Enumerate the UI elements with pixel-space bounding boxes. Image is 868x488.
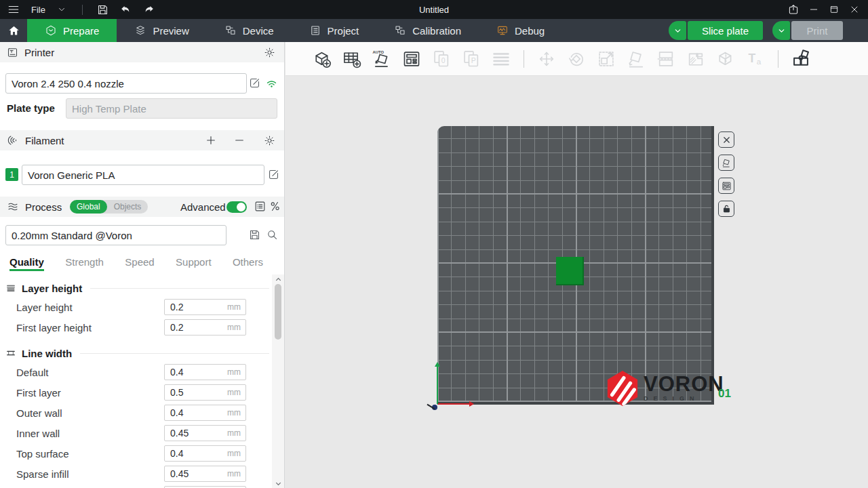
add-filament-icon[interactable] bbox=[205, 135, 216, 146]
process-section-title: Process bbox=[25, 201, 62, 213]
setting-label: First layer bbox=[0, 387, 164, 399]
assembly-icon bbox=[791, 49, 810, 68]
logo-sub-text: DESIGN bbox=[644, 395, 724, 402]
axis-y-green bbox=[437, 364, 438, 404]
voron-logo: VORON DESIGN bbox=[606, 370, 724, 407]
import-geometry-icon: 0 bbox=[432, 49, 451, 68]
setting-input[interactable]: 0.2mm bbox=[164, 299, 246, 315]
gear-icon[interactable] bbox=[264, 47, 275, 58]
svg-text:0: 0 bbox=[441, 56, 446, 64]
edit-filament-icon[interactable] bbox=[267, 168, 280, 181]
section-header: Line width bbox=[0, 344, 272, 362]
toolbar-separator bbox=[524, 50, 524, 68]
edit-printer-icon[interactable] bbox=[248, 77, 261, 89]
setting-row: Sparse infill0.45mm bbox=[0, 464, 272, 484]
move-button bbox=[534, 47, 559, 71]
share-button[interactable] bbox=[785, 1, 802, 18]
setting-input[interactable]: 0.4mm bbox=[164, 364, 246, 380]
param-list-icon[interactable] bbox=[254, 200, 267, 213]
arrange-button[interactable] bbox=[399, 47, 424, 71]
calibration-icon bbox=[394, 24, 406, 37]
process-preset-value: 0.20mm Standard @Voron bbox=[12, 230, 132, 241]
file-menu-label[interactable]: File bbox=[31, 5, 45, 15]
setting-input[interactable]: 0.4mm bbox=[164, 445, 246, 462]
save-preset-icon[interactable] bbox=[248, 228, 261, 241]
assembly-button[interactable] bbox=[789, 47, 813, 71]
model-cube[interactable] bbox=[556, 257, 584, 285]
delete-plate-icon bbox=[722, 135, 732, 145]
filament-preset-value: Voron Generic PLA bbox=[28, 169, 115, 181]
maximize-button[interactable] bbox=[826, 1, 842, 18]
scroll-down-icon[interactable] bbox=[272, 479, 284, 488]
search-settings-icon[interactable] bbox=[269, 200, 281, 213]
setting-input[interactable]: 0.2mm bbox=[164, 319, 246, 336]
print-dropdown-button[interactable] bbox=[772, 21, 790, 40]
scope-objects-option[interactable]: Objects bbox=[107, 200, 149, 214]
auto-orient-button[interactable]: AUTO bbox=[370, 47, 394, 71]
setting-label: Default bbox=[0, 367, 164, 378]
file-menu-dropdown[interactable] bbox=[54, 1, 70, 18]
settings-tab-strength[interactable]: Strength bbox=[65, 253, 104, 271]
add-plate-button[interactable] bbox=[340, 47, 364, 71]
setting-input[interactable]: 0.5mm bbox=[164, 384, 246, 401]
setting-input[interactable]: 0.4mm bbox=[164, 405, 246, 421]
settings-tab-speed[interactable]: Speed bbox=[125, 253, 154, 271]
settings-scrollbar[interactable] bbox=[272, 274, 284, 488]
tab-project[interactable]: Project bbox=[292, 19, 377, 42]
build-plate[interactable]: VORON DESIGN bbox=[437, 126, 714, 405]
arrange-plate-button[interactable] bbox=[718, 178, 734, 194]
wifi-icon[interactable] bbox=[265, 77, 278, 90]
variable-layers-icon bbox=[492, 49, 511, 68]
search-icon[interactable] bbox=[266, 228, 279, 241]
plate-type-value: High Temp Plate bbox=[72, 103, 146, 115]
tab-calibration[interactable]: Calibration bbox=[376, 19, 479, 42]
import-params-button: P bbox=[459, 47, 484, 71]
save-button[interactable] bbox=[95, 1, 111, 18]
settings-tab-quality[interactable]: Quality bbox=[9, 253, 44, 271]
close-button[interactable] bbox=[846, 1, 863, 18]
print-button[interactable]: Print bbox=[791, 21, 843, 40]
redo-button[interactable] bbox=[141, 1, 157, 18]
setting-value: 0.4 bbox=[170, 365, 183, 380]
gear-icon[interactable] bbox=[264, 135, 275, 146]
setting-value: 0.5 bbox=[170, 385, 183, 400]
add-object-button[interactable] bbox=[310, 47, 334, 71]
setting-input[interactable]: 0.45mm bbox=[164, 425, 246, 441]
tab-debug[interactable]: Debug bbox=[479, 19, 562, 42]
minimize-button[interactable] bbox=[806, 1, 822, 18]
scope-global-option[interactable]: Global bbox=[70, 200, 107, 214]
slice-plate-button[interactable]: Slice plate bbox=[688, 21, 763, 40]
orient-plate-button[interactable] bbox=[718, 155, 734, 171]
setting-label: Outer wall bbox=[0, 407, 164, 419]
remove-filament-icon[interactable] bbox=[234, 135, 245, 146]
setting-row: Inner wall0.45mm bbox=[0, 423, 272, 443]
printer-preset-select[interactable]: Voron 2.4 250 0.4 nozzle bbox=[5, 73, 247, 94]
home-button[interactable] bbox=[0, 19, 27, 42]
layer-height-icon bbox=[5, 283, 16, 293]
filament-slot-badge[interactable]: 1 bbox=[5, 168, 18, 181]
slice-dropdown-button[interactable] bbox=[669, 21, 686, 40]
rotate-icon bbox=[567, 49, 586, 68]
setting-value: 0.4 bbox=[170, 446, 183, 461]
title-bar: File Untitled bbox=[0, 0, 868, 19]
main-menu-button[interactable] bbox=[5, 1, 22, 18]
settings-tab-support[interactable]: Support bbox=[176, 253, 212, 271]
printer-preset-value: Voron 2.4 250 0.4 nozzle bbox=[12, 78, 124, 89]
setting-input[interactable]: 0.45mm bbox=[164, 466, 246, 482]
toggle-knob bbox=[237, 203, 245, 211]
advanced-toggle[interactable] bbox=[226, 201, 247, 213]
lock-plate-button[interactable] bbox=[718, 201, 734, 217]
scroll-up-icon[interactable] bbox=[272, 274, 284, 284]
delete-plate-button[interactable] bbox=[718, 131, 734, 148]
tab-device[interactable]: Device bbox=[207, 19, 292, 42]
tab-prepare[interactable]: Prepare bbox=[27, 19, 117, 42]
filament-preset-select[interactable]: Voron Generic PLA bbox=[22, 165, 264, 185]
redo-icon bbox=[142, 3, 155, 16]
tab-preview[interactable]: Preview bbox=[117, 19, 206, 42]
text-tool-button: Ta bbox=[743, 47, 768, 71]
scrollbar-thumb[interactable] bbox=[275, 284, 281, 340]
undo-button[interactable] bbox=[118, 1, 134, 18]
settings-tab-others[interactable]: Others bbox=[233, 253, 263, 271]
process-preset-select[interactable]: 0.20mm Standard @Voron bbox=[5, 225, 226, 245]
plate-type-select[interactable]: High Temp Plate bbox=[66, 98, 277, 119]
